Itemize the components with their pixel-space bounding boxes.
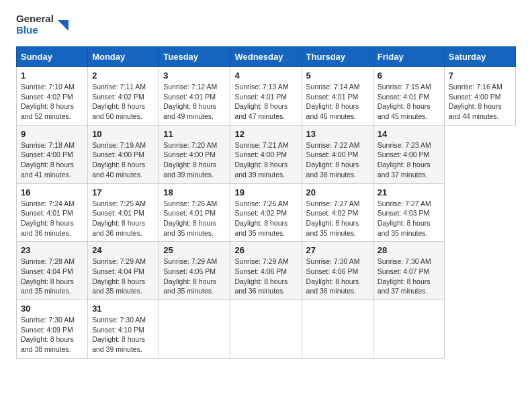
day-cell-10: 10Sunrise: 7:19 AMSunset: 4:00 PMDayligh…: [88, 125, 159, 183]
day-info: Sunrise: 7:27 AMSunset: 4:02 PMDaylight:…: [306, 199, 369, 238]
day-cell-2: 2Sunrise: 7:11 AMSunset: 4:02 PMDaylight…: [88, 67, 159, 126]
day-info: Sunrise: 7:27 AMSunset: 4:03 PMDaylight:…: [378, 199, 440, 238]
day-cell-24: 24Sunrise: 7:29 AMSunset: 4:04 PMDayligh…: [88, 242, 159, 300]
day-info: Sunrise: 7:12 AMSunset: 4:01 PMDaylight:…: [163, 82, 226, 122]
day-number: 25: [163, 245, 226, 255]
day-cell-5: 5Sunrise: 7:14 AMSunset: 4:01 PMDaylight…: [302, 67, 373, 126]
logo-line2: Blue: [16, 25, 54, 36]
calendar-week-3: 16Sunrise: 7:24 AMSunset: 4:01 PMDayligh…: [17, 183, 516, 242]
day-number: 1: [21, 71, 83, 81]
day-number: 11: [163, 129, 226, 139]
logo-line1: General: [16, 13, 54, 25]
empty-cell: [159, 300, 230, 359]
day-cell-28: 28Sunrise: 7:30 AMSunset: 4:07 PMDayligh…: [373, 242, 444, 300]
day-info: Sunrise: 7:16 AMSunset: 4:00 PMDaylight:…: [449, 82, 511, 122]
day-number: 4: [234, 71, 297, 81]
day-number: 12: [234, 129, 297, 139]
column-header-friday: Friday: [373, 47, 444, 67]
day-number: 16: [21, 187, 83, 197]
day-info: Sunrise: 7:14 AMSunset: 4:01 PMDaylight:…: [306, 82, 369, 122]
day-cell-31: 31Sunrise: 7:30 AMSunset: 4:10 PMDayligh…: [88, 300, 159, 359]
day-cell-18: 18Sunrise: 7:26 AMSunset: 4:01 PMDayligh…: [159, 183, 230, 242]
column-header-wednesday: Wednesday: [230, 47, 302, 67]
day-info: Sunrise: 7:23 AMSunset: 4:00 PMDaylight:…: [378, 140, 440, 180]
logo: General Blue: [16, 13, 70, 36]
day-number: 23: [21, 245, 83, 255]
empty-cell: [373, 300, 444, 359]
day-cell-26: 26Sunrise: 7:29 AMSunset: 4:06 PMDayligh…: [230, 242, 302, 300]
day-number: 9: [21, 129, 83, 139]
column-header-sunday: Sunday: [17, 47, 88, 67]
day-number: 26: [234, 245, 297, 255]
day-cell-23: 23Sunrise: 7:28 AMSunset: 4:04 PMDayligh…: [17, 242, 88, 300]
column-header-thursday: Thursday: [302, 47, 373, 67]
day-info: Sunrise: 7:18 AMSunset: 4:00 PMDaylight:…: [21, 140, 83, 180]
day-cell-3: 3Sunrise: 7:12 AMSunset: 4:01 PMDaylight…: [159, 67, 230, 126]
day-info: Sunrise: 7:25 AMSunset: 4:01 PMDaylight:…: [92, 199, 154, 238]
day-number: 14: [378, 129, 440, 139]
day-info: Sunrise: 7:30 AMSunset: 4:09 PMDaylight:…: [21, 315, 83, 355]
calendar-week-4: 23Sunrise: 7:28 AMSunset: 4:04 PMDayligh…: [17, 242, 516, 300]
empty-cell: [302, 300, 373, 359]
day-info: Sunrise: 7:24 AMSunset: 4:01 PMDaylight:…: [21, 199, 83, 238]
header: General Blue: [16, 13, 516, 36]
day-info: Sunrise: 7:19 AMSunset: 4:00 PMDaylight:…: [92, 140, 154, 180]
day-info: Sunrise: 7:10 AMSunset: 4:02 PMDaylight:…: [21, 82, 83, 122]
logo-triangle-icon: [55, 17, 70, 32]
day-info: Sunrise: 7:30 AMSunset: 4:06 PMDaylight:…: [306, 257, 369, 296]
calendar-week-1: 1Sunrise: 7:10 AMSunset: 4:02 PMDaylight…: [17, 67, 516, 126]
day-cell-13: 13Sunrise: 7:22 AMSunset: 4:00 PMDayligh…: [302, 125, 373, 183]
day-cell-12: 12Sunrise: 7:21 AMSunset: 4:00 PMDayligh…: [230, 125, 302, 183]
day-cell-30: 30Sunrise: 7:30 AMSunset: 4:09 PMDayligh…: [17, 300, 88, 359]
day-cell-25: 25Sunrise: 7:29 AMSunset: 4:05 PMDayligh…: [159, 242, 230, 300]
calendar-header-row: SundayMondayTuesdayWednesdayThursdayFrid…: [17, 47, 516, 67]
day-number: 3: [163, 71, 226, 81]
day-info: Sunrise: 7:13 AMSunset: 4:01 PMDaylight:…: [234, 82, 297, 122]
day-number: 10: [92, 129, 154, 139]
day-number: 20: [306, 187, 369, 197]
svg-marker-0: [58, 20, 69, 31]
day-cell-27: 27Sunrise: 7:30 AMSunset: 4:06 PMDayligh…: [302, 242, 373, 300]
day-info: Sunrise: 7:28 AMSunset: 4:04 PMDaylight:…: [21, 257, 83, 296]
calendar-week-2: 9Sunrise: 7:18 AMSunset: 4:00 PMDaylight…: [17, 125, 516, 183]
day-number: 6: [378, 71, 440, 81]
day-info: Sunrise: 7:21 AMSunset: 4:00 PMDaylight:…: [234, 140, 297, 180]
day-cell-19: 19Sunrise: 7:26 AMSunset: 4:02 PMDayligh…: [230, 183, 302, 242]
day-cell-21: 21Sunrise: 7:27 AMSunset: 4:03 PMDayligh…: [373, 183, 444, 242]
day-info: Sunrise: 7:26 AMSunset: 4:01 PMDaylight:…: [163, 199, 226, 238]
day-cell-1: 1Sunrise: 7:10 AMSunset: 4:02 PMDaylight…: [17, 67, 88, 126]
day-info: Sunrise: 7:20 AMSunset: 4:00 PMDaylight:…: [163, 140, 226, 180]
calendar-week-5: 30Sunrise: 7:30 AMSunset: 4:09 PMDayligh…: [17, 300, 516, 359]
column-header-saturday: Saturday: [444, 47, 515, 67]
day-info: Sunrise: 7:29 AMSunset: 4:05 PMDaylight:…: [163, 257, 226, 296]
day-number: 13: [306, 129, 369, 139]
day-number: 24: [92, 245, 154, 255]
day-number: 5: [306, 71, 369, 81]
day-cell-6: 6Sunrise: 7:15 AMSunset: 4:01 PMDaylight…: [373, 67, 444, 126]
day-cell-11: 11Sunrise: 7:20 AMSunset: 4:00 PMDayligh…: [159, 125, 230, 183]
day-number: 2: [92, 71, 154, 81]
column-header-tuesday: Tuesday: [159, 47, 230, 67]
column-header-monday: Monday: [88, 47, 159, 67]
day-info: Sunrise: 7:26 AMSunset: 4:02 PMDaylight:…: [234, 199, 297, 238]
day-cell-4: 4Sunrise: 7:13 AMSunset: 4:01 PMDaylight…: [230, 67, 302, 126]
day-cell-16: 16Sunrise: 7:24 AMSunset: 4:01 PMDayligh…: [17, 183, 88, 242]
day-info: Sunrise: 7:15 AMSunset: 4:01 PMDaylight:…: [378, 82, 440, 122]
day-number: 28: [378, 245, 440, 255]
day-cell-7: 7Sunrise: 7:16 AMSunset: 4:00 PMDaylight…: [444, 67, 515, 126]
day-number: 27: [306, 245, 369, 255]
day-cell-17: 17Sunrise: 7:25 AMSunset: 4:01 PMDayligh…: [88, 183, 159, 242]
day-info: Sunrise: 7:29 AMSunset: 4:04 PMDaylight:…: [92, 257, 154, 296]
day-info: Sunrise: 7:22 AMSunset: 4:00 PMDaylight:…: [306, 140, 369, 180]
day-number: 17: [92, 187, 154, 197]
day-number: 7: [449, 71, 511, 81]
day-cell-14: 14Sunrise: 7:23 AMSunset: 4:00 PMDayligh…: [373, 125, 444, 183]
empty-cell: [230, 300, 302, 359]
day-info: Sunrise: 7:29 AMSunset: 4:06 PMDaylight:…: [234, 257, 297, 296]
calendar-table: SundayMondayTuesdayWednesdayThursdayFrid…: [16, 46, 516, 359]
day-info: Sunrise: 7:30 AMSunset: 4:07 PMDaylight:…: [378, 257, 440, 296]
day-info: Sunrise: 7:30 AMSunset: 4:10 PMDaylight:…: [92, 315, 154, 355]
day-number: 30: [21, 304, 83, 314]
day-info: Sunrise: 7:11 AMSunset: 4:02 PMDaylight:…: [92, 82, 154, 122]
day-number: 19: [234, 187, 297, 197]
